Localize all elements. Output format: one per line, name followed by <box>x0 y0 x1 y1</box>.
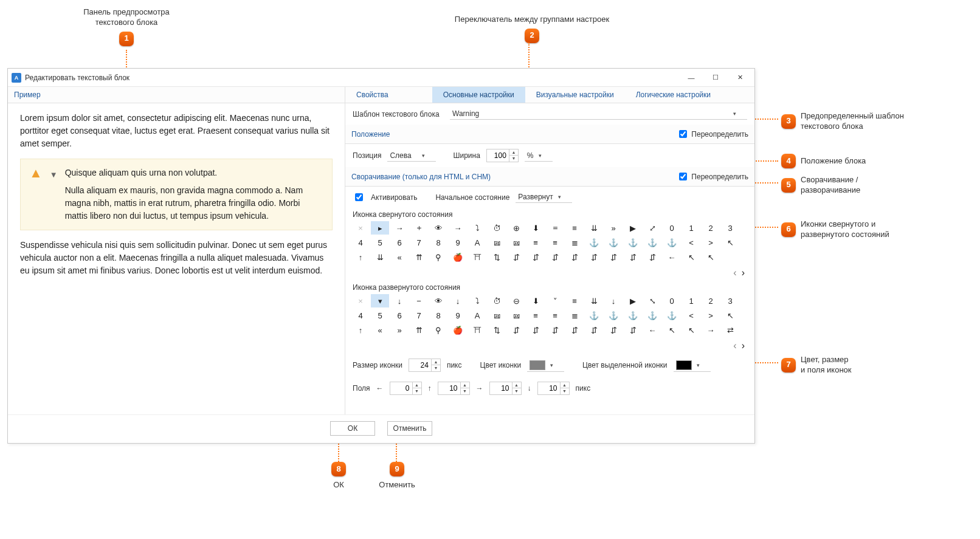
icon-choice[interactable]: ⇵ <box>526 323 545 337</box>
icon-choice[interactable]: ⇵ <box>643 250 661 264</box>
icon-choice[interactable]: 3 <box>721 221 739 235</box>
icon-choice[interactable]: 1 <box>682 221 700 235</box>
minimize-button[interactable]: — <box>679 69 703 86</box>
icon-choice[interactable]: > <box>702 236 720 249</box>
icon-choice[interactable]: ˅ <box>546 294 564 307</box>
icon-choice[interactable]: ⤡ <box>643 294 661 307</box>
icon-choice[interactable]: ↑ <box>351 323 370 337</box>
margin-bottom-spinner[interactable]: ▲▼ <box>537 382 570 395</box>
icon-choice[interactable]: ⚓ <box>624 309 642 322</box>
icon-choice[interactable]: 2 <box>702 221 720 235</box>
ok-button[interactable]: ОК <box>330 421 375 436</box>
icon-choice[interactable]: ▸ <box>371 221 389 235</box>
tab-logic[interactable]: Логические настройки <box>625 87 722 103</box>
icon-choice[interactable]: ↖ <box>721 236 739 249</box>
icon-choice[interactable]: ⇊ <box>585 221 603 235</box>
width-input[interactable] <box>487 151 509 160</box>
icon-choice[interactable]: → <box>702 323 720 337</box>
icon-choice[interactable]: 7 <box>410 309 428 322</box>
icon-choice[interactable]: A <box>468 236 486 249</box>
initial-state-select[interactable]: Развернут <box>516 191 571 203</box>
icon-choice[interactable]: ⇵ <box>624 323 642 337</box>
icon-choice[interactable]: ↖ <box>663 323 681 337</box>
icon-choice[interactable]: ≡ <box>526 309 545 322</box>
icon-choice[interactable]: 5 <box>371 309 389 322</box>
chevron-down-icon[interactable]: ▼ <box>50 169 58 222</box>
icon-choice[interactable]: 0 <box>663 294 681 307</box>
icon-choice[interactable]: ← <box>643 323 661 337</box>
icon-choice[interactable]: ↖ <box>682 250 700 264</box>
icon-choice[interactable]: ⚓ <box>585 236 603 249</box>
icon-choice[interactable]: ⚓ <box>643 236 661 249</box>
icon-choice[interactable]: 3 <box>721 294 739 307</box>
icon-choice[interactable]: 6 <box>390 236 409 249</box>
icon-choice[interactable]: ⇵ <box>624 250 642 264</box>
icon-choice[interactable]: < <box>682 309 700 322</box>
tab-visual[interactable]: Визуальные настройки <box>525 87 625 103</box>
cancel-button[interactable]: Отменить <box>387 421 432 436</box>
icon-choice[interactable]: 🖭 <box>488 236 506 249</box>
icon-choice[interactable]: ⚓ <box>604 309 623 322</box>
icon-choice[interactable] <box>721 250 739 264</box>
icon-choice[interactable]: 6 <box>390 309 409 322</box>
icon-choice[interactable]: ⚓ <box>663 236 681 249</box>
icon-choice[interactable]: 0 <box>663 221 681 235</box>
icon-choice[interactable]: ⇄ <box>721 323 739 337</box>
margin-left-spinner[interactable]: ▲▼ <box>390 382 422 395</box>
icon-choice[interactable]: ↖ <box>682 323 700 337</box>
icon-choice[interactable]: ↑ <box>351 250 370 264</box>
icon-choice[interactable]: > <box>702 309 720 322</box>
pager-next-icon[interactable]: › <box>742 267 745 278</box>
icon-choice[interactable]: ⚲ <box>429 250 447 264</box>
icon-choice[interactable]: ⇊ <box>585 294 603 307</box>
pager-next-icon[interactable]: › <box>742 340 745 351</box>
icon-choice[interactable]: A <box>468 309 486 322</box>
icon-choice[interactable]: ⤵ <box>468 294 486 307</box>
icon-choice[interactable]: 4 <box>351 309 370 322</box>
icon-choice[interactable]: × <box>351 221 370 235</box>
icon-choice[interactable]: ↖ <box>702 250 720 264</box>
template-select[interactable]: Warning <box>450 108 747 120</box>
icon-choice[interactable]: ⇵ <box>604 323 623 337</box>
icon-choice[interactable]: 7 <box>410 236 428 249</box>
icon-choice[interactable]: 🍎 <box>449 250 467 264</box>
icon-choice[interactable]: « <box>371 323 389 337</box>
icon-choice[interactable]: ⇅ <box>488 250 506 264</box>
pager-prev-icon[interactable]: ‹ <box>733 340 736 351</box>
icon-choice[interactable]: ⚓ <box>585 309 603 322</box>
position-select[interactable]: Слева <box>387 150 436 162</box>
icon-choice[interactable]: < <box>682 236 700 249</box>
icon-choice[interactable]: ⇅ <box>488 323 506 337</box>
icon-choice[interactable]: ⇵ <box>604 250 623 264</box>
icon-choice[interactable]: ⇵ <box>585 323 603 337</box>
icon-choice[interactable]: ≣ <box>565 236 584 249</box>
expanded-icon-grid[interactable]: ×▾↓−👁↓⤵⏱⊖⬇˅≡⇊↓▶⤡0123456789A🖭🖭≡≡≣⚓⚓⚓⚓⚓<>↖… <box>345 293 754 340</box>
icon-choice[interactable]: ⇊ <box>371 250 389 264</box>
icon-choice[interactable]: ⇈ <box>410 323 428 337</box>
pager-prev-icon[interactable]: ‹ <box>733 267 736 278</box>
icon-choice[interactable]: ⚓ <box>624 236 642 249</box>
icon-choice[interactable]: → <box>449 221 467 235</box>
icon-choice[interactable]: 🖭 <box>507 236 525 249</box>
icon-choice[interactable]: ← <box>663 250 681 264</box>
collapse-override-checkbox[interactable] <box>679 173 687 180</box>
icon-choice[interactable]: ≡ <box>565 294 584 307</box>
icon-choice[interactable]: ⇵ <box>565 323 584 337</box>
icon-choice[interactable]: ＝ <box>546 221 564 235</box>
icon-choice[interactable]: ⇵ <box>546 250 564 264</box>
icon-choice[interactable]: ⬇ <box>526 221 545 235</box>
icon-choice[interactable]: ▶ <box>624 294 642 307</box>
margin-right-input[interactable] <box>490 384 512 393</box>
icon-choice[interactable]: ↓ <box>390 294 409 307</box>
icon-choice[interactable]: ≡ <box>546 236 564 249</box>
icon-choice[interactable]: ≡ <box>546 309 564 322</box>
icon-choice[interactable]: ⚓ <box>643 309 661 322</box>
margin-right-spinner[interactable]: ▲▼ <box>489 382 522 395</box>
icon-choice[interactable]: → <box>390 221 409 235</box>
icon-choice[interactable]: ⇵ <box>507 250 525 264</box>
icon-choice[interactable]: ⇵ <box>565 250 584 264</box>
maximize-button[interactable]: ☐ <box>703 69 728 86</box>
position-override-checkbox[interactable] <box>679 130 687 138</box>
icon-choice[interactable]: ⚓ <box>604 236 623 249</box>
icon-choice[interactable]: ⊖ <box>507 294 525 307</box>
